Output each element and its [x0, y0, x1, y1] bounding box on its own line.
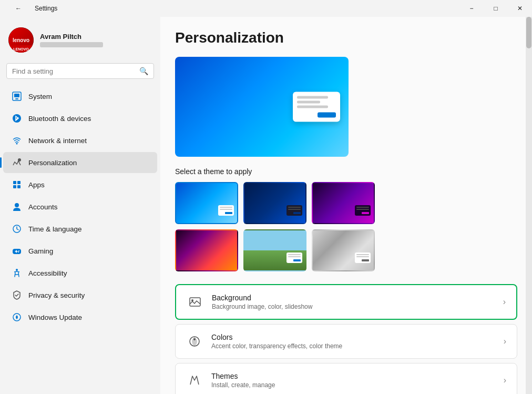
themes-icon: [186, 372, 203, 389]
colors-desc: Accent color, transparency effects, colo…: [211, 342, 495, 350]
mini-dialog-line: [288, 207, 301, 208]
theme-grid: [175, 182, 517, 271]
gaming-icon: [12, 246, 22, 256]
user-name: Avram Piltch: [40, 33, 103, 41]
nav-network[interactable]: Network & internet: [3, 130, 157, 151]
theme-thumb-2[interactable]: [243, 182, 306, 224]
titlebar-title: Settings: [35, 5, 57, 12]
nav-update-label: Windows Update: [28, 314, 82, 321]
svg-rect-6: [13, 181, 16, 184]
background-chevron: ›: [503, 297, 506, 307]
background-icon: [187, 294, 203, 310]
background-title: Background: [212, 294, 495, 302]
svg-point-5: [18, 158, 21, 161]
scrollbar-track[interactable]: [526, 17, 532, 394]
titlebar: ← Settings − □ ✕: [0, 0, 532, 17]
dialog-line-2: [297, 101, 320, 104]
svg-point-20: [193, 338, 196, 340]
titlebar-left: ← Settings: [6, 0, 57, 17]
nav-apps-label: Apps: [28, 181, 45, 189]
content-area: Personalization Select a theme to apply: [160, 17, 532, 394]
colors-icon: [186, 333, 203, 350]
user-email: [40, 42, 103, 47]
svg-rect-1: [14, 94, 19, 97]
maximize-icon: □: [494, 5, 497, 12]
mini-btn-1: [225, 212, 232, 214]
maximize-button[interactable]: □: [484, 0, 508, 17]
nav-accessibility[interactable]: Accessibility: [3, 262, 157, 284]
mini-dialog-line: [356, 254, 369, 255]
search-box[interactable]: 🔍: [6, 63, 154, 79]
bluetooth-icon: [12, 113, 22, 124]
theme-thumb-3[interactable]: [312, 182, 375, 224]
colors-chevron: ›: [504, 337, 506, 346]
svg-rect-8: [13, 185, 16, 188]
svg-point-13: [18, 250, 19, 251]
update-icon: [12, 312, 22, 322]
nav-personalization-label: Personalization: [28, 159, 77, 167]
accounts-icon: [12, 201, 22, 212]
nav-update[interactable]: Windows Update: [3, 307, 157, 328]
lenovo-label: LENOVO: [13, 47, 29, 51]
nav-accounts[interactable]: Accounts: [3, 196, 157, 217]
dialog-line-1: [297, 96, 328, 99]
nav-privacy-label: Privacy & security: [28, 291, 85, 299]
nav-bluetooth-label: Bluetooth & devices: [28, 115, 91, 123]
theme-thumb-6[interactable]: [312, 229, 375, 271]
svg-rect-7: [17, 181, 21, 184]
mini-dialog-2: [287, 205, 302, 216]
nav-apps[interactable]: Apps: [3, 174, 157, 195]
settings-item-themes[interactable]: Themes Install, create, manage ›: [176, 363, 517, 394]
accessibility-icon: [12, 268, 22, 278]
theme-thumb-5[interactable]: [243, 229, 306, 271]
nav-privacy[interactable]: Privacy & security: [3, 285, 157, 306]
minimize-button[interactable]: −: [459, 0, 484, 17]
nav-bluetooth[interactable]: Bluetooth & devices: [3, 108, 157, 129]
minimize-icon: −: [469, 5, 473, 12]
settings-card-background: Background Background image, color, slid…: [175, 284, 517, 320]
scrollbar-thumb[interactable]: [526, 17, 531, 48]
mini-dialog-line: [356, 256, 369, 257]
mini-btn-2: [293, 212, 301, 214]
sidebar: lenovo LENOVO Avram Piltch 🔍: [0, 17, 160, 394]
mini-dialog-line: [356, 207, 369, 208]
user-info: Avram Piltch: [40, 33, 103, 47]
nav-time[interactable]: Time & language: [3, 218, 157, 239]
page-title: Personalization: [175, 29, 517, 46]
time-icon: [12, 224, 22, 234]
svg-rect-2: [15, 98, 18, 99]
close-button[interactable]: ✕: [508, 0, 532, 17]
nav-accounts-label: Accounts: [28, 203, 58, 211]
colors-title: Colors: [211, 333, 495, 341]
themes-title: Themes: [211, 372, 495, 380]
settings-item-colors[interactable]: Colors Accent color, transparency effect…: [176, 325, 517, 358]
back-button[interactable]: ←: [6, 0, 30, 17]
dialog-line-3: [297, 106, 328, 108]
settings-item-background[interactable]: Background Background image, color, slid…: [176, 285, 516, 319]
svg-point-15: [16, 269, 18, 271]
nav-system[interactable]: System: [3, 86, 157, 107]
mini-dialog-line: [288, 209, 301, 210]
nav-personalization[interactable]: Personalization: [3, 152, 157, 173]
nav-system-label: System: [28, 93, 52, 100]
themes-desc: Install, create, manage: [211, 381, 495, 389]
nav-accessibility-label: Accessibility: [28, 269, 67, 277]
mini-dialog-line: [288, 254, 301, 255]
theme-thumb-4[interactable]: [175, 229, 238, 271]
nav-gaming[interactable]: Gaming: [3, 240, 157, 261]
settings-card-colors: Colors Accent color, transparency effect…: [175, 324, 517, 359]
network-icon: [12, 135, 22, 146]
svg-point-18: [191, 299, 193, 301]
close-icon: ✕: [517, 5, 523, 12]
mini-dialog-1: [218, 205, 234, 216]
search-input[interactable]: [12, 67, 135, 75]
avatar-inner: lenovo LENOVO: [8, 27, 34, 53]
svg-point-14: [18, 251, 19, 252]
svg-point-4: [16, 143, 18, 145]
themes-text: Themes Install, create, manage: [211, 372, 495, 389]
theme-preview-dialog: [293, 92, 340, 122]
svg-rect-9: [17, 185, 21, 188]
user-profile[interactable]: lenovo LENOVO Avram Piltch: [0, 21, 160, 61]
theme-thumb-1[interactable]: [175, 182, 238, 224]
nav-network-label: Network & internet: [28, 137, 87, 145]
